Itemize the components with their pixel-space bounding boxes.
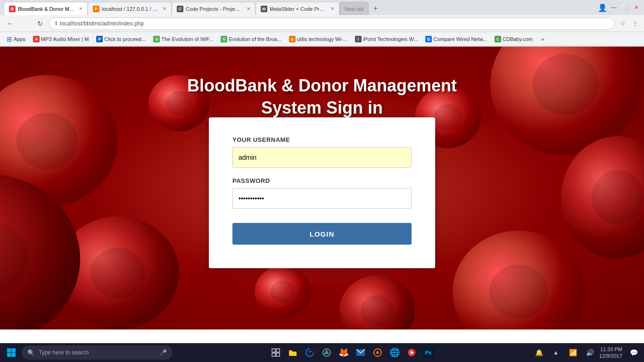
- bookmark-evolution[interactable]: G Evolution of the Broa...: [218, 35, 284, 43]
- bookmark-star-icon[interactable]: ☆: [618, 18, 628, 29]
- tab-bloodbank[interactable]: B BloodBank & Donor Ma... ✕: [4, 2, 88, 15]
- clock-date: 12/9/2017: [599, 353, 622, 359]
- chrome2-button[interactable]: [370, 345, 385, 360]
- bookmark-compare[interactable]: G Compare Wired Netw...: [422, 35, 490, 43]
- svg-line-31: [328, 354, 330, 354]
- lock-icon: ℹ: [55, 20, 57, 26]
- tab-close-2[interactable]: ✕: [163, 6, 166, 11]
- bookmark-utilis[interactable]: u utilis technology Wi-...: [286, 35, 350, 43]
- taskbar: 🔍 Type here to search 🎤: [0, 343, 644, 362]
- login-form: YOUR USERNAME PASSWORD LOGIN: [209, 117, 435, 268]
- svg-rect-22: [7, 353, 11, 357]
- bookmark-wifi[interactable]: G The Evolution of WiF...: [150, 35, 216, 43]
- tab-favicon-3: C: [177, 6, 183, 12]
- apps-icon: ⊞: [7, 35, 12, 43]
- network-icon[interactable]: 📶: [565, 345, 580, 360]
- username-input[interactable]: [232, 147, 412, 168]
- page-title-line1: BloodBank & Donor Management: [0, 75, 644, 97]
- svg-rect-26: [272, 353, 275, 356]
- bookmark-click-label: Click to proceed...: [104, 36, 146, 42]
- title-bar: B BloodBank & Donor Ma... ✕ P localhost …: [0, 0, 644, 15]
- svg-rect-23: [12, 353, 16, 357]
- file-explorer-button[interactable]: [285, 345, 300, 360]
- forward-button[interactable]: →: [19, 17, 31, 30]
- media-icon: [407, 348, 416, 357]
- windows-logo-icon: [7, 348, 16, 357]
- edge-icon: [305, 348, 314, 357]
- tab-title-2: localhost / 127.0.0.1 / b...: [102, 6, 158, 12]
- tab-close-3[interactable]: ✕: [247, 6, 250, 11]
- password-label: PASSWORD: [232, 177, 412, 184]
- address-bar-right: ☆ ⋮: [618, 18, 640, 29]
- bookmark-ipoint[interactable]: i iPoint Technologies W...: [352, 35, 421, 43]
- tab-title-empty: New tab: [345, 6, 363, 12]
- app8-button[interactable]: 🌐: [387, 345, 402, 360]
- search-bar[interactable]: 🔍 Type here to search 🎤: [22, 346, 173, 360]
- tab-codeprojects[interactable]: C Code Projects - Projects... ✕: [172, 2, 256, 15]
- settings-icon[interactable]: ⋮: [630, 18, 640, 29]
- file-explorer-icon: [288, 348, 297, 357]
- page-title-line2: System Sign in: [0, 97, 644, 119]
- tab-favicon-1: B: [9, 6, 16, 12]
- svg-rect-20: [7, 348, 11, 353]
- bookmark-ipoint-favicon: i: [355, 36, 362, 42]
- photoshop-button[interactable]: Ps: [421, 345, 436, 360]
- bookmark-utilis-favicon: u: [289, 36, 296, 42]
- tab-phpmyadmin[interactable]: P localhost / 127.0.0.1 / b... ✕: [88, 2, 172, 15]
- password-group: PASSWORD: [232, 177, 412, 209]
- url-bar[interactable]: ℹ localhost/bbdms/admin/index.php: [49, 17, 615, 30]
- username-label: YOUR USERNAME: [232, 136, 412, 143]
- username-group: YOUR USERNAME: [232, 136, 412, 168]
- volume-icon[interactable]: 🔊: [582, 345, 597, 360]
- bookmark-cdbaby-label: CDBaby.com: [503, 36, 533, 42]
- bookmark-more[interactable]: »: [538, 35, 547, 43]
- new-tab-button[interactable]: +: [369, 2, 382, 15]
- firefox-button[interactable]: 🦊: [336, 345, 351, 360]
- svg-line-32: [323, 354, 325, 354]
- bookmark-mp3[interactable]: A MP3 Audio Mixer | M: [30, 35, 91, 43]
- bookmark-click-favicon: P: [96, 36, 103, 42]
- chrome2-icon: [373, 348, 382, 357]
- system-clock[interactable]: 11:33 PM 12/9/2017: [599, 346, 622, 360]
- mail-button[interactable]: [353, 345, 368, 360]
- arrow-up-icon[interactable]: ▲: [548, 345, 563, 360]
- task-view-button[interactable]: [268, 345, 283, 360]
- bookmark-evolution-favicon: G: [221, 36, 227, 42]
- tab-close-4[interactable]: ✕: [330, 6, 334, 11]
- tab-title-3: Code Projects - Projects...: [186, 6, 242, 12]
- svg-rect-21: [12, 348, 16, 353]
- system-tray: 🔔 ▲ 📶 🔊 11:33 PM 12/9/2017 💬: [531, 345, 641, 360]
- minimize-button[interactable]: —: [610, 4, 618, 11]
- tab-close-1[interactable]: ✕: [79, 6, 83, 11]
- close-button[interactable]: ✕: [633, 4, 640, 11]
- bookmark-cdbaby[interactable]: C CDBaby.com: [492, 35, 536, 43]
- action-center-icon[interactable]: 💬: [626, 345, 641, 360]
- main-content: BloodBank & Donor Management System Sign…: [0, 47, 644, 329]
- password-input[interactable]: [232, 188, 412, 209]
- bookmark-mp3-label: MP3 Audio Mixer | M: [41, 36, 89, 42]
- tab-metaslider[interactable]: M MetaSlider < Code Proje... ✕: [256, 2, 339, 15]
- tab-favicon-4: M: [261, 6, 267, 12]
- media-button[interactable]: [404, 345, 419, 360]
- bookmark-cdbaby-favicon: C: [495, 36, 501, 42]
- tab-empty[interactable]: New tab: [339, 2, 369, 15]
- bookmark-ipoint-label: iPoint Technologies W...: [363, 36, 418, 42]
- chrome-button[interactable]: [319, 345, 334, 360]
- back-button[interactable]: ←: [4, 17, 16, 30]
- edge-button[interactable]: [302, 345, 317, 360]
- task-view-icon: [272, 348, 280, 357]
- notification-icon[interactable]: 🔔: [531, 345, 546, 360]
- bookmark-wifi-favicon: G: [153, 36, 160, 42]
- svg-rect-27: [276, 353, 280, 356]
- url-text: localhost/bbdms/admin/index.php: [60, 20, 144, 27]
- photoshop-icon: Ps: [422, 347, 435, 358]
- maximize-button[interactable]: ⬜: [621, 4, 629, 11]
- profile-icon[interactable]: 👤: [599, 4, 606, 11]
- refresh-button[interactable]: ↻: [34, 17, 46, 30]
- bookmark-utilis-label: utilis technology Wi-...: [297, 36, 347, 42]
- bookmark-click[interactable]: P Click to proceed...: [93, 35, 149, 43]
- login-button[interactable]: LOGIN: [232, 223, 412, 245]
- bookmark-apps[interactable]: ⊞ Apps: [4, 34, 28, 44]
- search-placeholder: Type here to search: [39, 349, 89, 356]
- start-button[interactable]: [3, 344, 20, 361]
